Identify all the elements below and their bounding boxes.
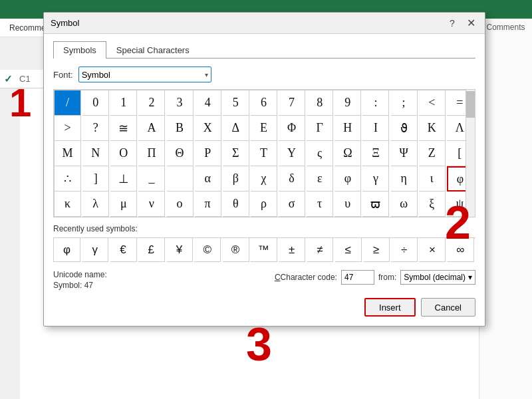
symbol-cell[interactable]: Ω [334,141,361,166]
symbol-cell[interactable]: Δ [223,116,249,141]
symbol-cell[interactable]: ε [307,166,333,192]
symbol-cell[interactable]: Β [167,116,194,141]
symbol-cell[interactable]: Φ [279,116,305,141]
symbol-cell[interactable]: Ζ [419,141,446,166]
symbol-cell[interactable]: ≅ [110,116,137,141]
symbol-cell[interactable]: Υ [279,141,305,166]
cancel-button[interactable]: Cancel [421,298,475,317]
symbol-cell[interactable]: 3 [167,90,194,116]
symbol-cell[interactable]: α [195,166,221,192]
recently-used-cell[interactable]: ÷ [391,238,418,262]
dialog-close-button[interactable]: ✕ [464,16,478,31]
scrollbar-thumb [466,91,475,118]
symbol-cell[interactable]: Κ [419,116,446,141]
symbol-cell[interactable]: Ι [362,116,389,141]
recently-used-cell[interactable]: ≠ [307,238,333,262]
symbol-cell[interactable]: Σ [223,141,249,166]
symbol-cell[interactable]: λ [82,192,109,217]
symbol-cell[interactable]: 8 [307,90,333,116]
symbol-cell[interactable]: 6 [251,90,277,116]
symbol-cell[interactable]: Α [138,116,165,141]
symbol-cell[interactable]: β [223,166,249,192]
symbol-cell[interactable]: Χ [195,116,221,141]
symbol-cell[interactable]: Τ [251,141,277,166]
symbol-cell[interactable]: δ [279,166,305,192]
symbol-cell[interactable]: Μ [55,141,81,166]
symbol-cell[interactable]: < [419,90,446,116]
symbol-cell[interactable]: ; [391,90,418,116]
symbol-cell[interactable]: ο [167,192,194,217]
symbol-cell[interactable]: Γ [307,116,333,141]
recently-used-cell[interactable]: £ [138,238,165,262]
symbol-cell[interactable]: μ [110,192,137,217]
recently-used-cell[interactable]: γ [82,238,108,262]
symbol-cell[interactable]: κ [55,192,81,217]
recently-used-cell[interactable]: ≥ [363,238,390,262]
symbol-cell[interactable]: ] [82,166,109,192]
symbol-cell[interactable]: η [391,166,418,192]
recently-used-cell[interactable]: ® [223,238,249,262]
dialog-help-button[interactable]: ? [445,16,460,31]
charcode-input[interactable] [341,270,374,285]
symbol-cell[interactable]: ⊥ [110,166,137,192]
symbol-cell[interactable]: γ [362,166,389,192]
symbol-cell[interactable]: ξ [419,192,446,217]
insert-button[interactable]: Insert [364,298,416,317]
symbol-cell[interactable]: Ψ [391,141,418,166]
from-label: from: [378,273,396,282]
symbol-cell[interactable]: 7 [279,90,305,116]
symbol-cell[interactable]: 0 [82,90,109,116]
symbol-cell[interactable]: φ [334,166,361,192]
symbol-cell[interactable]: : [362,90,389,116]
symbol-cell[interactable]: > [55,116,81,141]
symbol-cell[interactable]: 2 [138,90,165,116]
symbol-grid-scrollbar[interactable] [466,90,475,217]
symbol-cell[interactable]: / [55,90,81,116]
symbol-cell[interactable]: σ [279,192,305,217]
symbol-cell[interactable]: ρ [251,192,277,217]
from-select-arrow-icon: ▾ [468,273,472,282]
symbol-cell[interactable]: ν [138,192,165,217]
recently-used-cell[interactable]: ± [279,238,305,262]
symbol-cell[interactable]: τ [307,192,333,217]
recently-used-cell[interactable]: φ [54,238,80,262]
recently-used-cell[interactable]: ™ [251,238,277,262]
recently-used-cell[interactable]: ∞ [448,238,474,262]
font-row: Font: Symbol ▾ [53,66,475,82]
symbol-cell[interactable]: ? [82,116,109,141]
symbol-cell[interactable]: 5 [223,90,249,116]
font-select-dropdown[interactable]: Symbol ▾ [78,66,211,82]
symbol-cell[interactable]: Ε [251,116,277,141]
from-select-dropdown[interactable]: Symbol (decimal) ▾ [400,270,475,285]
symbol-cell[interactable]: _ [138,166,165,192]
recently-used-cell[interactable]: © [194,238,221,262]
symbol-cell[interactable]: Η [334,116,361,141]
symbol-cell[interactable]: θ [223,192,249,217]
symbol-cell[interactable]: ϑ [391,116,418,141]
symbol-cell[interactable]: χ [251,166,277,192]
symbol-cell[interactable]: ∴ [55,166,81,192]
symbol-cell[interactable]: ς [307,141,333,166]
symbol-cell[interactable]: Ο [110,141,137,166]
symbol-cell[interactable]: υ [334,192,361,217]
symbol-cell[interactable]: ι [419,166,446,192]
symbol-cell[interactable]: 9 [334,90,361,116]
symbol-cell[interactable]: Ξ [362,141,389,166]
recently-used-cell[interactable]: € [110,238,137,262]
recently-used-cell[interactable]: ≤ [335,238,362,262]
symbol-cell[interactable]: π [195,192,221,217]
symbol-cell[interactable] [167,166,194,192]
symbol-cell[interactable]: 1 [110,90,137,116]
symbol-cell[interactable]: ϖ [362,192,389,217]
symbol-cell[interactable]: Θ [167,141,194,166]
symbol-cell[interactable]: ω [391,192,418,217]
symbol-cell[interactable]: Ρ [195,141,221,166]
recently-used-cell[interactable]: ¥ [166,238,193,262]
recently-used-cell[interactable]: × [419,238,446,262]
charcode-label: CCharacter code: [275,273,337,282]
symbol-cell[interactable]: 4 [195,90,221,116]
symbol-cell[interactable]: Π [138,141,165,166]
symbol-cell[interactable]: Ν [82,141,109,166]
tab-symbols[interactable]: Symbols [53,41,106,59]
tab-special-chars[interactable]: Special Characters [106,41,200,59]
